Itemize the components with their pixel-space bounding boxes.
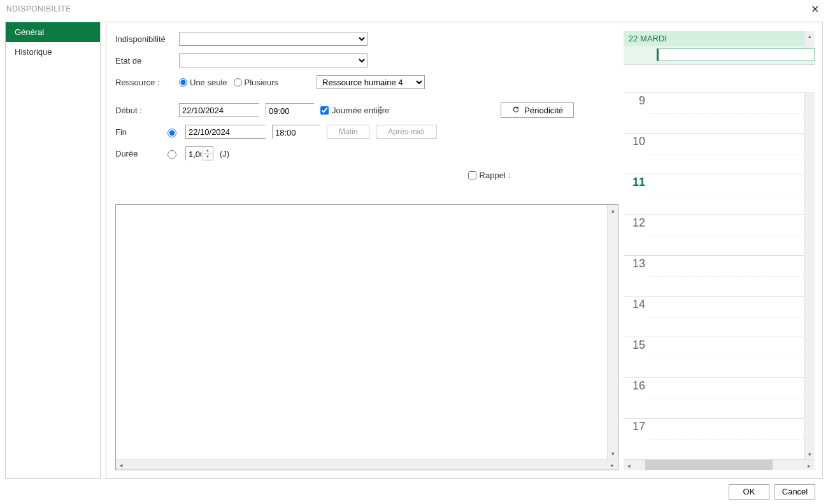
calendar-hour-label: 10 (624, 134, 649, 174)
periodicity-label: Périodicité (524, 106, 563, 115)
calendar-hour-slot[interactable] (649, 93, 804, 133)
scroll-thumb[interactable] (645, 460, 773, 470)
resource-single-radio[interactable] (179, 78, 187, 87)
calendar-hour-row[interactable]: 12 (624, 215, 804, 256)
reminder-label: Rappel : (480, 171, 510, 180)
duration-radio[interactable] (168, 150, 176, 159)
end-date-input[interactable]: ▾ (185, 125, 266, 139)
calendar-hour-label: 15 (624, 337, 649, 377)
calendar-hour-label: 14 (624, 297, 649, 337)
periodicity-button[interactable]: Périodicité (501, 102, 574, 118)
scroll-left-icon[interactable]: ◂ (624, 460, 634, 471)
calendar-hour-row[interactable]: 13 (624, 256, 804, 297)
calendar-hour-label: 12 (624, 215, 649, 255)
duration-input[interactable]: ▲ ▼ (185, 146, 213, 160)
ok-button[interactable]: OK (729, 484, 769, 500)
duration-field[interactable] (186, 147, 203, 161)
dialog-footer: OK Cancel (5, 479, 823, 504)
reminder-checkbox[interactable]: Rappel : (468, 171, 510, 180)
resource-single-label: Une seule (190, 78, 227, 87)
notes-textarea[interactable] (116, 205, 607, 459)
calendar-hour-slot[interactable] (649, 297, 804, 337)
calendar-hscrollbar[interactable]: ◂ ▸ (624, 459, 815, 470)
notes-hscrollbar[interactable]: ◂ ▸ (116, 459, 618, 470)
calendar-hour-row[interactable]: 9 (624, 93, 804, 134)
calendar-hour-row[interactable]: 10 (624, 134, 804, 174)
sidebar-item-general[interactable]: Général (6, 22, 100, 42)
resource-mode-single[interactable]: Une seule (179, 78, 227, 87)
calendar-hour-row[interactable]: 17 (624, 419, 804, 459)
reminder-check[interactable] (468, 171, 476, 179)
cancel-button[interactable]: Cancel (774, 484, 815, 500)
calendar-panel: 22 MARDI ▴ 91011121314151617 ▾ ◂ (624, 31, 815, 470)
calendar-hour-label: 11 (624, 174, 649, 214)
end-radio[interactable] (168, 129, 176, 137)
morning-button[interactable]: Matin (327, 125, 369, 139)
calendar-hour-row[interactable]: 16 (624, 378, 804, 419)
calendar-hour-row[interactable]: 15 (624, 337, 804, 378)
calendar-hour-label: 13 (624, 256, 649, 296)
sidebar-item-label: Général (15, 27, 44, 37)
calendar-hour-slot[interactable] (649, 215, 804, 255)
calendar-vscrollbar[interactable]: ▾ (804, 93, 815, 459)
calendar-day-header: 22 MARDI (624, 31, 804, 46)
titlebar: NDISPONIBILITE ✕ (0, 0, 828, 18)
calendar-grid[interactable]: 91011121314151617 (624, 93, 804, 459)
all-day-label: Journée entière (332, 106, 389, 115)
unavailability-select[interactable] (179, 32, 368, 46)
start-time-input[interactable]: ▲ ▼ (266, 103, 314, 117)
scroll-down-icon[interactable]: ▾ (608, 448, 618, 459)
afternoon-button[interactable]: Après-midi (376, 125, 436, 139)
calendar-hour-slot[interactable] (649, 419, 804, 459)
all-day-check[interactable] (320, 106, 329, 115)
resource-multiple-label: Plusieurs (245, 78, 278, 87)
scroll-right-icon[interactable]: ▸ (607, 459, 618, 470)
start-date-input[interactable]: ▾ (179, 103, 259, 117)
calendar-hour-row[interactable]: 14 (624, 297, 804, 337)
calendar-hour-slot[interactable] (649, 337, 804, 377)
calendar-hour-slot[interactable] (649, 378, 804, 418)
calendar-hour-slot[interactable] (649, 174, 804, 214)
calendar-allday-slot[interactable] (624, 46, 815, 65)
calendar-hour-label: 17 (624, 419, 649, 459)
sidebar-item-historique[interactable]: Historique (6, 42, 100, 62)
close-icon[interactable]: ✕ (809, 3, 822, 15)
calendar-hour-row[interactable]: 11 (624, 174, 804, 215)
resource-multiple-radio[interactable] (234, 78, 242, 87)
spin-up-icon[interactable]: ▲ (203, 147, 212, 154)
duration-unit: (J) (220, 149, 229, 158)
scroll-left-icon[interactable]: ◂ (116, 459, 127, 470)
state-select[interactable] (179, 53, 368, 67)
resource-mode-multiple[interactable]: Plusieurs (234, 78, 278, 87)
scroll-down-icon[interactable]: ▾ (804, 449, 815, 459)
end-time-input[interactable]: ▲ ▼ (272, 125, 320, 139)
resource-select[interactable]: Ressource humaine 4 (317, 75, 425, 89)
scroll-up-icon[interactable]: ▴ (608, 205, 618, 216)
resource-label: Ressource : (115, 78, 179, 87)
calendar-hour-label: 16 (624, 378, 649, 418)
spin-down-icon[interactable]: ▼ (203, 154, 212, 160)
sidebar: Général Historique (5, 22, 101, 479)
window-title: NDISPONIBILITE (6, 4, 71, 13)
scroll-right-icon[interactable]: ▸ (804, 460, 815, 471)
all-day-checkbox[interactable]: Journée entière (320, 106, 389, 115)
notes-vscrollbar[interactable]: ▴ ▾ (607, 205, 618, 459)
refresh-icon (511, 105, 520, 116)
state-label: Etat de (115, 56, 179, 66)
calendar-hour-slot[interactable] (649, 134, 804, 174)
calendar-hour-label: 9 (624, 93, 649, 133)
sidebar-item-label: Historique (15, 47, 52, 57)
calendar-event-bar[interactable] (657, 48, 815, 61)
scroll-up-icon[interactable]: ▴ (804, 31, 815, 46)
unavailability-label: Indisponibilité (115, 34, 179, 44)
start-label: Début : (115, 106, 179, 115)
calendar-hour-slot[interactable] (649, 256, 804, 296)
notes-area: ▴ ▾ ◂ ▸ (115, 204, 618, 470)
